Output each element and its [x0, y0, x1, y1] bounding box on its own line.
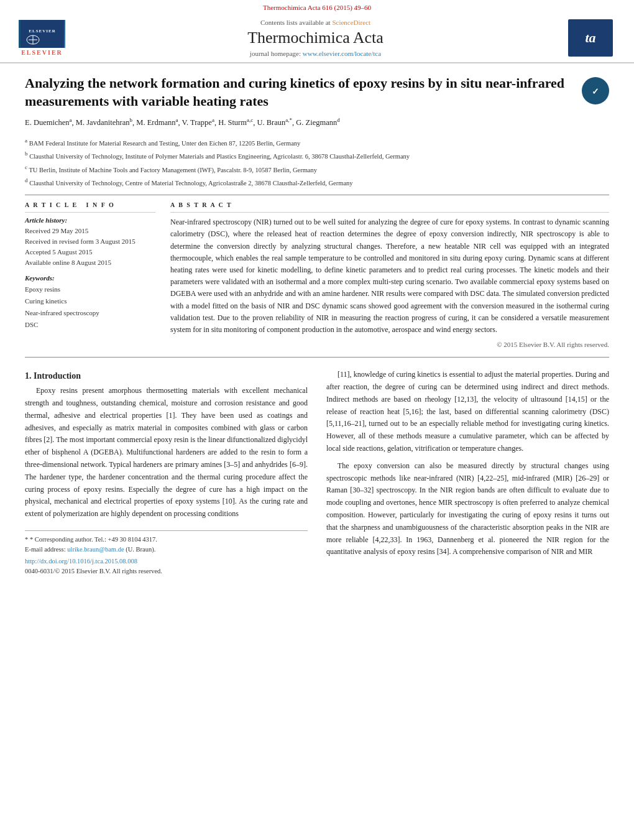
authors-line: E. Duemichena, M. Javdanitehranb, M. Erd… [25, 116, 571, 129]
article-history-label: Article history: [25, 216, 155, 224]
body-two-col: 1. Introduction Epoxy resins present amo… [25, 369, 609, 576]
homepage-url[interactable]: www.elsevier.com/locate/tca [303, 50, 381, 57]
footnote-area: * * Corresponding author. Tel.: +49 30 8… [25, 530, 308, 576]
journal-right: ta [566, 19, 615, 57]
footnote-email-label: E-mail address: [25, 546, 66, 553]
keywords-label: Keywords: [25, 274, 155, 282]
footnote-corresponding: * * Corresponding author. Tel.: +49 30 8… [25, 535, 308, 545]
affil-a: a BAM Federal Institute for Material Res… [25, 136, 609, 149]
revised-date: Received in revised form 3 August 2015 [25, 236, 155, 247]
section1-title: 1. Introduction [25, 371, 308, 381]
affil-b: b Clausthal University of Technology, In… [25, 149, 609, 162]
kw-4: DSC [25, 319, 155, 331]
affiliations-block: a BAM Federal Institute for Material Res… [25, 136, 609, 188]
article-top: Analyzing the network formation and curi… [25, 75, 609, 134]
abstract-col: A B S T R A C T Near-infrared spectrosco… [170, 201, 609, 348]
elsevier-label: ELSEVIER [21, 49, 63, 56]
article-info-heading: A R T I C L E I N F O [25, 201, 155, 208]
homepage-line: journal homepage: www.elsevier.com/locat… [65, 50, 566, 57]
section-divider-1 [25, 195, 609, 195]
available-date: Available online 8 August 2015 [25, 257, 155, 268]
elsevier-logo-block: ELSEVIER ELSEVIER [19, 20, 65, 56]
accepted-date: Accepted 5 August 2015 [25, 247, 155, 257]
affil-c: c TU Berlin, Institute of Machine Tools … [25, 163, 609, 175]
para-1: Epoxy resins present amorphous thermoset… [25, 385, 308, 520]
journal-center: Contents lists available at ScienceDirec… [65, 19, 566, 57]
received-date: Received 29 May 2015 [25, 226, 155, 236]
article-info-abstract: A R T I C L E I N F O Article history: R… [25, 201, 609, 348]
footnote-issn: 0040-6031/© 2015 Elsevier B.V. All right… [25, 566, 308, 576]
footnote-doi: http://dx.doi.org/10.1016/j.tca.2015.08.… [25, 556, 308, 566]
citation-text: Thermochimica Acta 616 (2015) 49–60 [263, 4, 371, 11]
affil-d: d Clausthal University of Technology, Ce… [25, 176, 609, 188]
crossmark-badge: ✓ [582, 77, 609, 104]
sciencedirect-link[interactable]: ScienceDirect [332, 19, 370, 26]
abstract-heading: A B S T R A C T [170, 201, 609, 208]
section1-body-left: Epoxy resins present amorphous thermoset… [25, 385, 308, 520]
journal-header: ELSEVIER ELSEVIER Contents lists availab… [0, 12, 634, 63]
body-col-right: [11], knowledge of curing kinetics is es… [326, 369, 609, 576]
article-title-block: Analyzing the network formation and curi… [25, 75, 571, 134]
article-main: Analyzing the network formation and curi… [0, 63, 634, 358]
journal-logo-box: ta [568, 19, 613, 57]
crossmark-icon: ✓ [582, 77, 609, 104]
section1-body-right: [11], knowledge of curing kinetics is es… [326, 369, 609, 558]
body-col-left: 1. Introduction Epoxy resins present amo… [25, 369, 308, 576]
kw-2: Curing kinetics [25, 295, 155, 307]
svg-text:✓: ✓ [592, 86, 599, 96]
section-divider-2 [25, 357, 609, 358]
svg-text:ELSEVIER: ELSEVIER [29, 29, 55, 34]
svg-rect-0 [21, 20, 64, 48]
para-3: The epoxy conversion can also be measure… [326, 460, 609, 558]
contents-line: Contents lists available at ScienceDirec… [65, 19, 566, 26]
divider-info [25, 212, 155, 213]
journal-title: Thermochimica Acta [65, 29, 566, 47]
elsevier-logo-image: ELSEVIER [19, 20, 65, 48]
para-2: [11], knowledge of curing kinetics is es… [326, 369, 609, 455]
page: Thermochimica Acta 616 (2015) 49–60 ELSE… [0, 0, 634, 840]
divider-abstract [170, 212, 609, 213]
copyright-line: © 2015 Elsevier B.V. All rights reserved… [170, 341, 609, 348]
doi-link[interactable]: http://dx.doi.org/10.1016/j.tca.2015.08.… [25, 558, 137, 565]
kw-3: Near-infrared spectroscopy [25, 307, 155, 319]
abstract-text: Near-infrared spectroscopy (NIR) turned … [170, 216, 609, 336]
footnote-email: E-mail address: ulrike.braun@bam.de (U. … [25, 545, 308, 555]
footnote-email-name: (U. Braun). [126, 546, 155, 553]
article-info-col: A R T I C L E I N F O Article history: R… [25, 201, 155, 348]
kw-1: Epoxy resins [25, 284, 155, 295]
body-content: 1. Introduction Epoxy resins present amo… [0, 364, 634, 576]
footnote-email-address[interactable]: ulrike.braun@bam.de [67, 546, 124, 553]
footnote-star: * [25, 536, 30, 543]
article-title: Analyzing the network formation and curi… [25, 75, 571, 110]
citation-bar: Thermochimica Acta 616 (2015) 49–60 [0, 0, 634, 12]
